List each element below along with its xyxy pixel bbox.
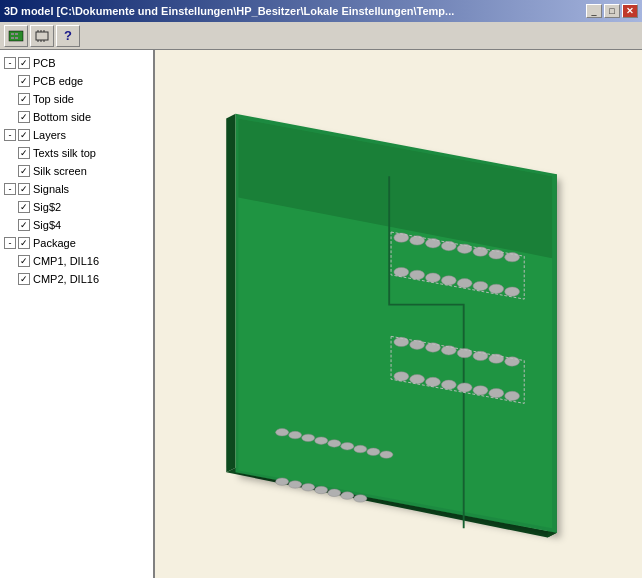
- maximize-button[interactable]: □: [604, 4, 620, 18]
- toolbar-button-2[interactable]: [30, 25, 54, 47]
- svg-point-21: [410, 270, 425, 279]
- svg-point-38: [426, 377, 441, 386]
- svg-rect-3: [11, 37, 14, 39]
- close-button[interactable]: ✕: [622, 4, 638, 18]
- svg-rect-5: [36, 32, 48, 40]
- svg-point-34: [489, 354, 504, 363]
- label-sig2: Sig$2: [33, 201, 61, 213]
- svg-point-53: [276, 478, 289, 485]
- label-pcb-edge: PCB edge: [33, 75, 83, 87]
- checkbox-texts-silk[interactable]: [18, 147, 30, 159]
- svg-point-47: [315, 437, 328, 444]
- tree-item-top-side[interactable]: Top side: [0, 90, 153, 108]
- svg-point-50: [354, 445, 367, 452]
- label-texts-silk: Texts silk top: [33, 147, 96, 159]
- tree-item-silk-screen[interactable]: Silk screen: [0, 162, 153, 180]
- svg-point-42: [489, 389, 504, 398]
- svg-rect-0: [9, 31, 23, 41]
- toolbar-button-1[interactable]: [4, 25, 28, 47]
- svg-point-39: [441, 380, 456, 389]
- title-bar: 3D model [C:\Dokumente und Einstellungen…: [0, 0, 642, 22]
- tree-item-signals[interactable]: - Signals: [0, 180, 153, 198]
- expand-layers[interactable]: -: [4, 129, 16, 141]
- window-title: 3D model [C:\Dokumente und Einstellungen…: [4, 5, 454, 17]
- svg-point-23: [441, 276, 456, 285]
- tree-item-sig4[interactable]: Sig$4: [0, 216, 153, 234]
- svg-point-27: [505, 287, 520, 296]
- svg-point-58: [341, 492, 354, 499]
- checkbox-signals[interactable]: [18, 183, 30, 195]
- pcb-3d-svg: [175, 70, 622, 558]
- svg-point-48: [328, 440, 341, 447]
- checkbox-pcb[interactable]: [18, 57, 30, 69]
- checkbox-bottom-side[interactable]: [18, 111, 30, 123]
- tree-item-cmp1[interactable]: CMP1, DIL16: [0, 252, 153, 270]
- toolbar: ?: [0, 22, 642, 50]
- expand-signals[interactable]: -: [4, 183, 16, 195]
- pcb-left-edge: [226, 114, 235, 473]
- label-bottom-side: Bottom side: [33, 111, 91, 123]
- svg-point-51: [367, 448, 380, 455]
- label-top-side: Top side: [33, 93, 74, 105]
- expand-package[interactable]: -: [4, 237, 16, 249]
- checkbox-layers[interactable]: [18, 129, 30, 141]
- tree-item-pcb[interactable]: - PCB: [0, 54, 153, 72]
- svg-point-37: [410, 375, 425, 384]
- component-icon: [34, 28, 50, 44]
- label-sig4: Sig$4: [33, 219, 61, 231]
- svg-point-52: [380, 451, 393, 458]
- svg-point-31: [441, 346, 456, 355]
- svg-point-25: [473, 281, 488, 290]
- svg-point-40: [457, 383, 472, 392]
- 3d-view-panel[interactable]: [155, 50, 642, 578]
- svg-point-41: [473, 386, 488, 395]
- label-cmp1: CMP1, DIL16: [33, 255, 99, 267]
- checkbox-silk-screen[interactable]: [18, 165, 30, 177]
- svg-point-56: [315, 486, 328, 493]
- minimize-button[interactable]: _: [586, 4, 602, 18]
- svg-point-15: [441, 241, 456, 250]
- label-package: Package: [33, 237, 76, 249]
- svg-point-18: [489, 250, 504, 259]
- checkbox-package[interactable]: [18, 237, 30, 249]
- label-layers: Layers: [33, 129, 66, 141]
- svg-rect-1: [11, 33, 14, 35]
- tree-item-pcb-edge[interactable]: PCB edge: [0, 72, 153, 90]
- svg-point-57: [328, 489, 341, 496]
- svg-point-24: [457, 279, 472, 288]
- checkbox-pcb-edge[interactable]: [18, 75, 30, 87]
- pcb-icon: [8, 28, 24, 44]
- svg-point-43: [505, 391, 520, 400]
- tree-panel: - PCB PCB edge Top side Bottom side - La…: [0, 50, 155, 578]
- svg-rect-2: [15, 33, 18, 35]
- svg-point-26: [489, 284, 504, 293]
- pcb-3d-canvas: [175, 70, 622, 558]
- svg-point-45: [289, 431, 302, 438]
- tree-item-layers[interactable]: - Layers: [0, 126, 153, 144]
- tree-item-texts-silk[interactable]: Texts silk top: [0, 144, 153, 162]
- checkbox-cmp1[interactable]: [18, 255, 30, 267]
- svg-point-55: [302, 483, 315, 490]
- help-button[interactable]: ?: [56, 25, 80, 47]
- tree-item-package[interactable]: - Package: [0, 234, 153, 252]
- svg-point-13: [410, 236, 425, 245]
- label-silk-screen: Silk screen: [33, 165, 87, 177]
- checkbox-sig2[interactable]: [18, 201, 30, 213]
- svg-point-44: [276, 429, 289, 436]
- svg-point-29: [410, 340, 425, 349]
- window-controls: _ □ ✕: [586, 4, 638, 18]
- main-area: - PCB PCB edge Top side Bottom side - La…: [0, 50, 642, 578]
- svg-point-46: [302, 434, 315, 441]
- label-cmp2: CMP2, DIL16: [33, 273, 99, 285]
- label-signals: Signals: [33, 183, 69, 195]
- tree-item-cmp2[interactable]: CMP2, DIL16: [0, 270, 153, 288]
- checkbox-cmp2[interactable]: [18, 273, 30, 285]
- checkbox-top-side[interactable]: [18, 93, 30, 105]
- svg-point-49: [341, 443, 354, 450]
- svg-point-54: [289, 481, 302, 488]
- tree-item-bottom-side[interactable]: Bottom side: [0, 108, 153, 126]
- tree-item-sig2[interactable]: Sig$2: [0, 198, 153, 216]
- expand-pcb[interactable]: -: [4, 57, 16, 69]
- svg-rect-4: [15, 37, 18, 39]
- checkbox-sig4[interactable]: [18, 219, 30, 231]
